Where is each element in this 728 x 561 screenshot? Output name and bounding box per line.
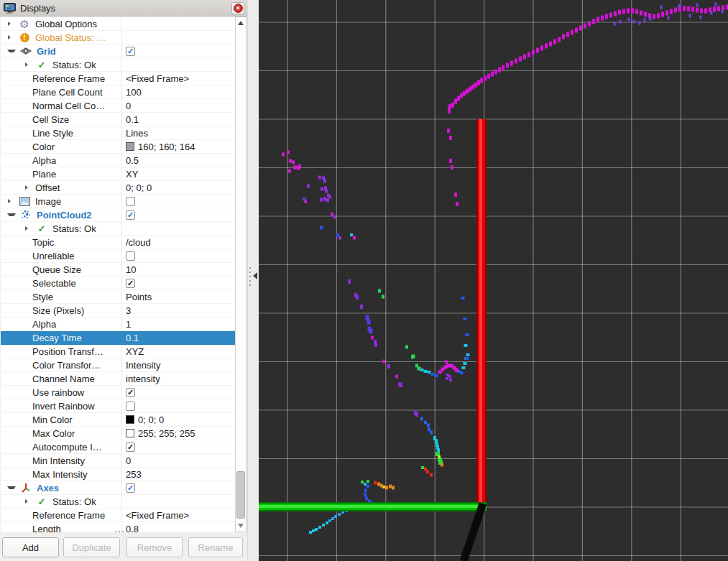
property-value[interactable]: 255; 255; 255	[138, 428, 195, 439]
property-value[interactable]: Intensity	[126, 360, 160, 371]
tree-row[interactable]: Min Intensity 0	[1, 454, 235, 468]
3d-viewport	[259, 0, 728, 561]
tree-row[interactable]: Axes ✓	[1, 481, 235, 495]
tree-row[interactable]: Global Status: …	[1, 31, 235, 45]
tree-row[interactable]: Offset 0; 0; 0	[1, 181, 235, 195]
expander-icon[interactable]	[25, 226, 31, 231]
property-value[interactable]: 0	[126, 101, 131, 111]
property-value[interactable]: intensity	[126, 374, 160, 384]
property-value[interactable]: <Fixed Frame>	[126, 73, 189, 84]
tree-row[interactable]: Max Intensity 253	[1, 468, 235, 481]
tree-row[interactable]: Color Transfor… Intensity	[1, 358, 235, 372]
axes-icon	[19, 482, 32, 493]
collapse-left-icon[interactable]	[253, 272, 257, 279]
property-value[interactable]: XY	[126, 169, 138, 180]
expander-icon[interactable]	[8, 35, 14, 40]
checkbox[interactable]: ✓	[126, 47, 135, 56]
tree-row[interactable]: Image	[1, 195, 235, 208]
panel-titlebar[interactable]: Displays ✕	[0, 0, 247, 17]
tree-row[interactable]: Plane XY	[1, 167, 235, 181]
tree-row[interactable]: Invert Rainbow	[1, 399, 235, 413]
property-value[interactable]: Lines	[126, 128, 148, 139]
expander-icon[interactable]	[7, 50, 16, 52]
property-label: Max Color	[32, 428, 75, 439]
add-button[interactable]: Add	[2, 537, 59, 557]
property-value[interactable]: 253	[126, 469, 142, 480]
rename-button[interactable]: Rename	[188, 537, 243, 557]
checkbox[interactable]: ✓	[126, 388, 135, 397]
expander-icon[interactable]	[25, 185, 31, 190]
tree-row[interactable]: Position Transf… XYZ	[1, 345, 235, 358]
panel-splitter[interactable]	[247, 0, 259, 561]
render-canvas[interactable]	[259, 0, 728, 561]
property-value[interactable]: 0; 0; 0	[126, 182, 152, 193]
tree-row[interactable]: Normal Cell Co… 0	[1, 99, 235, 113]
tree-row[interactable]: ✓ Status: Ok	[1, 58, 235, 72]
tree-row[interactable]: Line Style Lines	[1, 126, 235, 140]
tree-row[interactable]: Grid ✓	[1, 45, 235, 58]
checkbox[interactable]	[126, 402, 135, 411]
tree-row[interactable]: Color 160; 160; 164	[1, 140, 235, 154]
tree-row[interactable]: Autocompute I… ✓	[1, 440, 235, 454]
tree-row[interactable]: Use rainbow ✓	[1, 386, 235, 399]
tree-row[interactable]: Unreliable	[1, 249, 235, 263]
checkbox[interactable]	[126, 251, 135, 261]
checkbox[interactable]: ✓	[126, 483, 135, 493]
tree-row[interactable]: Max Color 255; 255; 255	[1, 427, 235, 440]
tree-row[interactable]: ✓ Status: Ok	[1, 495, 235, 509]
color-swatch[interactable]	[126, 415, 134, 424]
checkbox[interactable]: ✓	[126, 442, 135, 452]
property-value[interactable]: 0.1	[126, 333, 139, 343]
scrollbar[interactable]	[235, 17, 246, 532]
tree-row[interactable]: Size (Pixels) 3	[1, 304, 235, 317]
color-swatch[interactable]	[126, 429, 134, 437]
duplicate-button[interactable]: Duplicate	[63, 537, 120, 557]
tree-row[interactable]: Selectable ✓	[1, 277, 235, 290]
tree-row[interactable]: Plane Cell Count 100	[1, 85, 235, 99]
property-value[interactable]: /cloud	[126, 237, 151, 248]
tree-row[interactable]: Decay Time 0.1	[1, 331, 235, 345]
property-value[interactable]: 10	[126, 264, 136, 275]
property-value[interactable]: Points	[126, 292, 152, 302]
tree-row[interactable]: Reference Frame <Fixed Frame>	[1, 72, 235, 85]
tree-row[interactable]: Channel Name intensity	[1, 372, 235, 386]
checkbox[interactable]	[126, 197, 135, 206]
property-value[interactable]: 0	[126, 455, 131, 466]
tree-row[interactable]: PointCloud2 ✓	[1, 208, 235, 222]
remove-button[interactable]: Remove	[126, 537, 183, 557]
checkbox[interactable]: ✓	[126, 279, 135, 288]
checkbox[interactable]: ✓	[126, 210, 135, 220]
tree-row[interactable]: ✓ Status: Ok	[1, 222, 235, 236]
tree-row[interactable]: Min Color 0; 0; 0	[1, 413, 235, 427]
expander-icon[interactable]	[7, 213, 16, 216]
tree-row[interactable]: Style Points	[1, 290, 235, 304]
property-value[interactable]: 0; 0; 0	[138, 414, 164, 425]
close-button[interactable]: ✕	[231, 2, 244, 14]
tree-row[interactable]: Alpha 1	[1, 317, 235, 331]
property-value[interactable]: 0.5	[126, 155, 139, 166]
property-value[interactable]: XYZ	[126, 346, 144, 357]
color-swatch[interactable]	[126, 142, 134, 151]
expander-icon[interactable]	[25, 62, 31, 67]
property-value[interactable]: 0.1	[126, 114, 139, 125]
scroll-up-icon[interactable]	[238, 21, 244, 25]
tree-row[interactable]: ⚙ Global Options	[1, 17, 235, 31]
property-value[interactable]: 1	[126, 319, 131, 330]
expander-icon[interactable]	[8, 199, 14, 203]
expander-icon[interactable]	[25, 499, 31, 504]
tree-row[interactable]: Reference Frame <Fixed Frame>	[1, 509, 235, 522]
property-value[interactable]: 100	[126, 87, 142, 98]
panel-title: Displays	[20, 3, 55, 14]
property-value[interactable]: <Fixed Frame>	[126, 510, 189, 521]
tree-row[interactable]: Topic /cloud	[1, 236, 235, 249]
property-value[interactable]: 3	[126, 305, 131, 316]
property-label: Grid	[37, 46, 56, 57]
tree-row[interactable]: Alpha 0.5	[1, 154, 235, 167]
expander-icon[interactable]	[8, 22, 14, 26]
tree-row[interactable]: Cell Size 0.1	[1, 113, 235, 126]
property-value[interactable]: 160; 160; 164	[138, 142, 195, 152]
tree-row[interactable]: Queue Size 10	[1, 263, 235, 277]
scrollbar-thumb[interactable]	[236, 471, 245, 519]
scroll-down-icon[interactable]	[238, 524, 244, 528]
expander-icon[interactable]	[7, 486, 16, 489]
